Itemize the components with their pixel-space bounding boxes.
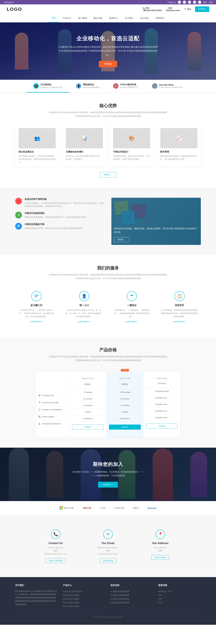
pricing-choose-plus[interactable]: choose [109,424,141,430]
main-nav: 首页 产品中心 客户案例 解决方案 新闻中心 关于我们 加入我们 联系我们 [0,14,216,22]
footer-contact-link-2[interactable]: XXX [158,597,201,601]
plan-name-basic: BASIC PLAN [72,377,104,380]
mid-item-1: $ 丰富的日志报表系统 随时随地分析业务数据，精细化运营各类型工作，为企业决策提… [15,212,105,219]
mid-item-2: 🏛 丰富的应用服务手册 移动端活动的运营手册，本机化合设有适合互联网企业的各种商… [15,223,105,230]
nav-item-solutions[interactable]: 解决方案 [90,14,106,22]
advantage-title-2: 可视化内容设计 [113,150,150,153]
tab-icon-3: 🔧 [152,83,157,89]
mid-more-button[interactable]: MORE ... [114,237,129,242]
pricing-label-2: 📋 Number of Consultations [36,406,69,413]
top-bar-right: Follow us: f t in g r 登录 注册 [167,1,213,4]
advantage-title-0: 强大的运营后台 [19,150,56,153]
service-title-3: 语音助手 [161,304,198,307]
contact-btn-address[interactable]: Start the Map [151,555,169,560]
footer-contact-link-0[interactable]: 联系电话：XXX [158,590,201,593]
service-desc-3: 手令智能机器、能够智慧联联联联联联联联联联联联联联联联联联。联联联联联联联联联联… [161,308,198,318]
pricing-btn-row-plus: choose [106,422,143,432]
partners-row: Microsoft 清华大学 中金所 中国教育网 能量表 Hisense [7,506,209,510]
feature-tab-3[interactable]: 🔧 How We Work Lorem ipsum mit dolores-se… [145,80,189,92]
register-link[interactable]: 注册 [209,1,213,4]
follow-us-label: Follow us: [167,1,176,3]
contact-section: 📞 Contact Us Find free call us on: XXX M… [0,516,216,577]
contact-phone-icon: 📞 [51,530,60,539]
mid-right-overlay: 整快收奔的节流规定，避除等功能，有设备出现故障，您可以从最大程度的保护企业的损失… [111,198,201,245]
pricing-col-plus: PLUS PLAN $99/m 10-99 people 24 months 1… [106,372,143,437]
advantage-img-2: 🎨 [113,128,150,148]
mid-left: ❤️ 多层次的用户管理功能 允许用户创建满人，为4s到约定的某客群进行精准化运营… [15,198,105,245]
social-in-icon[interactable]: in [188,1,191,4]
pricing-label-3: 📞 Phone Support [36,413,69,420]
partner-tsinghua: 清华大学 [83,507,91,510]
nav-item-products[interactable]: 产品中心 [59,14,75,22]
contact-btn-phone[interactable]: Start a Call Back [46,558,66,563]
hero-cta-button[interactable]: 了解更多 [99,61,117,67]
footer-products-link-1[interactable]: About 创业公司服务 [63,593,106,597]
footer-support-link-2[interactable]: 企业移动化的成功故事 [111,597,153,601]
advantage-img-3: 📈 [160,128,197,148]
footer-contact-link-1[interactable]: XXX [158,593,201,597]
header-cta-button[interactable]: 联系我们 [195,6,209,12]
footer-col-support: 技术支持 企业移动化的成功故事 企业移动化的成功故事 企业移动化的成功故事 企业… [111,584,153,608]
mid-title-2: 丰富的应用服务手册 [25,223,84,226]
footer-products-link-4[interactable]: About 创业公司服务 [63,604,106,608]
footer-support-link-1[interactable]: 企业移动化的成功故事 [111,593,153,597]
footer-products-link-2[interactable]: About 创业公司服务 [63,597,106,601]
phone-value: +86-XXX-XXX-XXXX [143,9,162,12]
contact-desc-phone: Find free call us on: XXX Monday-Friday:… [36,546,75,556]
footer-products-link-0[interactable]: Enterprise 企业移动办公 [63,590,106,593]
service-card-0: 💎 多元圈工作 打造四种不同工作，一系列有针对性的工作。、使用专业化的DA-DA… [15,287,58,327]
mid-title-0: 多层次的用户管理功能 [25,198,105,201]
service-desc-2: 全员设施入口，上下联联联联、（联联联联联），移动端联联联联联（联联联联联联联联）… [113,308,150,318]
tab-text-0: 办公移动化 Enterprise 企业移动办公室 [41,83,62,89]
advantage-desc-1: Enterprice Trade关联深度聚合的客户代应，多元素，大客连能力。 [66,155,103,160]
nav-item-about[interactable]: 关于我们 [121,14,137,22]
nav-item-cases[interactable]: 客户案例 [75,14,90,22]
pricing-choose-basic[interactable]: choose [72,424,104,430]
mid-item-0: ❤️ 多层次的用户管理功能 允许用户创建满人，为4s到约定的某客群进行精准化运营… [15,198,105,208]
footer-support-link-0[interactable]: 企业移动化的成功故事 [111,590,153,593]
feature-tab-1[interactable]: 📱 网站移动化 About 移动网站建设 [69,80,106,92]
mid-text-2: 丰富的应用服务手册 移动端活动的运营手册，本机化合设有适合互联网企业的各种商业规… [25,223,84,230]
mid-section-wrapper: ❤️ 多层次的用户管理功能 允许用户创建满人，为4s到约定的某客群进行精准化运营… [0,188,216,255]
join-title: 期待您的加入 [7,461,209,468]
contact-email: ✉️ XXX XXX@xxx.com [166,7,180,12]
pro-badge-space [146,374,178,377]
core-subtitle: 全球领先HTML5企业移动化解决方案优先商，由此也是美国硅谷和发展核心解决最从成… [49,111,167,118]
language-selector[interactable]: Language ▼ [3,1,14,3]
footer-products-link-3[interactable]: About 创业公司服务 [63,601,106,604]
footer-grid: 关于我们 我们WebMedialine Inc.1是创建的中文互联网有关公司，已… [15,584,201,608]
social-g-icon[interactable]: g [193,1,196,4]
service-learn-1[interactable]: Learn More>> [78,320,90,323]
nav-item-home[interactable]: 首页 [48,14,59,22]
pricing-header-plus: PLUS PLAN $99/m [106,372,143,389]
contact-btn-email[interactable]: Start Writing [100,558,116,563]
join-desc: 我们拥有了强大的一一一的通联网领域。可以把握这一有我更新做到机制一一一 一一一的… [66,470,150,478]
service-learn-0[interactable]: Learn More>> [30,320,43,323]
nav-item-join[interactable]: 加入我们 [137,14,152,22]
login-link[interactable]: 登录 [203,1,207,4]
svg-rect-0 [60,506,61,508]
tab-icon-0: 💼 [33,83,39,89]
service-learn-2[interactable]: Learn More>> [126,320,138,323]
service-title-2: 一键直达 [113,304,150,307]
social-t-icon[interactable]: t [183,1,186,4]
feature-tab-0[interactable]: 💼 办公移动化 Enterprise 企业移动办公室 [27,80,69,92]
service-learn-3[interactable]: Learn More>> [173,320,186,323]
footer-support-link-3[interactable]: 企业移动化的成功故事 [111,601,153,604]
join-cta-button[interactable]: MORE >> [98,482,118,488]
contact-title-phone: Contact Us [36,542,75,545]
nav-item-news[interactable]: 新闻中心 [106,14,121,22]
pricing-btn-row-pro: choose [143,421,180,431]
mid-right-image: Note Task Plan 整快收奔的节流规定，避除等功能，有设备出现故障，您… [111,198,201,245]
feature-tab-2[interactable]: ⚙️ HTML5移动开发 Projects 在线开发平台 [106,80,145,92]
pricing-choose-pro[interactable]: choose [146,424,178,428]
advantages-grid: 👥 强大的运营后台 用户体验的运营模式，为4s到约定的某客群进行精准化运营，高效… [15,125,201,167]
footer-contact-link-3[interactable]: XXX [158,601,201,604]
nav-item-contact[interactable]: 联系我们 [152,14,168,22]
social-f-icon[interactable]: f [178,1,181,4]
join-section: 期待您的加入 我们拥有了强大的一一一的通联网领域。可以把握这一有我更新做到机制一… [0,448,216,501]
social-rss-icon[interactable]: r [198,1,201,4]
label-icon-3: 📞 [38,416,41,418]
core-more-button[interactable]: MORE ... [100,172,116,178]
contact-desc-email: Drop us a line anytime at: XXX and we'll… [88,546,128,556]
